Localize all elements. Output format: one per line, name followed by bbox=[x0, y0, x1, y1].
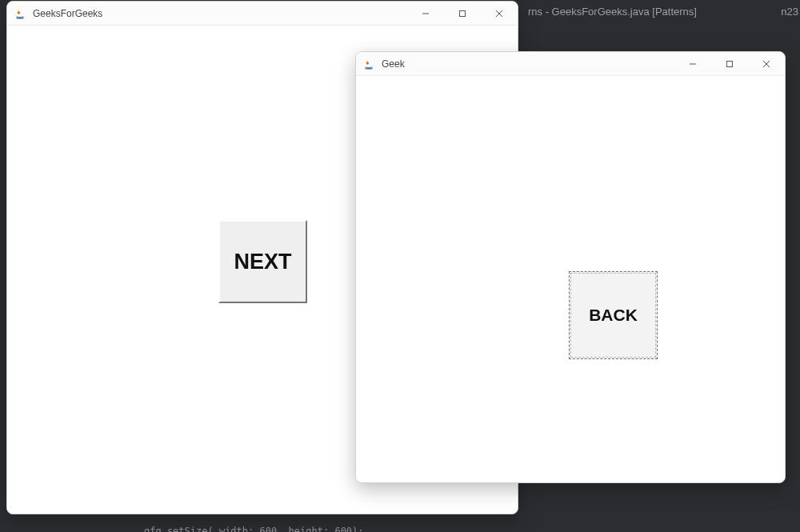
minimize-button[interactable] bbox=[407, 2, 444, 26]
titlebar[interactable]: GeeksForGeeks bbox=[7, 2, 518, 26]
window-geek: Geek BACK bbox=[355, 51, 786, 483]
titlebar[interactable]: Geek bbox=[356, 52, 785, 76]
maximize-button[interactable] bbox=[444, 2, 481, 26]
ide-title-text: rns - GeeksForGeeks.java [Patterns] bbox=[528, 6, 697, 18]
maximize-button[interactable] bbox=[711, 52, 748, 76]
next-button-label: NEXT bbox=[234, 250, 291, 274]
svg-point-5 bbox=[365, 67, 373, 69]
back-button[interactable]: BACK bbox=[569, 271, 658, 359]
ide-right-fragment: n23 bbox=[781, 0, 800, 24]
svg-rect-7 bbox=[727, 61, 733, 66]
java-icon bbox=[14, 7, 26, 20]
ide-footer-code: gfg.setSize( width: 600, height: 600); bbox=[0, 526, 800, 532]
close-button[interactable] bbox=[481, 2, 518, 26]
java-icon bbox=[362, 58, 375, 70]
svg-rect-2 bbox=[460, 10, 466, 16]
svg-point-0 bbox=[16, 17, 24, 18]
back-button-label: BACK bbox=[589, 306, 638, 325]
close-button[interactable] bbox=[748, 52, 785, 76]
minimize-button[interactable] bbox=[674, 52, 711, 76]
window-title: Geek bbox=[382, 58, 405, 70]
next-button[interactable]: NEXT bbox=[218, 220, 307, 303]
window-title: GeeksForGeeks bbox=[33, 8, 102, 19]
window-content: BACK bbox=[356, 76, 785, 482]
